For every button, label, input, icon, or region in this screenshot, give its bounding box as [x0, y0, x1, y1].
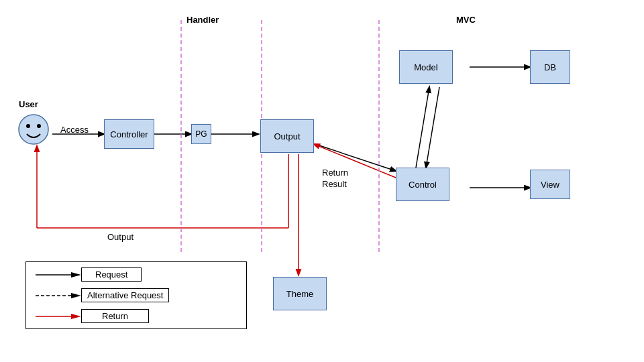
return-result-label: ReturnResult [322, 168, 348, 190]
svg-marker-22 [71, 293, 81, 298]
legend-request-row: Request [34, 267, 238, 282]
mvc-label: MVC [456, 15, 476, 25]
handler-label: Handler [186, 15, 219, 25]
return-line-icon [34, 311, 81, 322]
svg-line-5 [426, 87, 439, 168]
model-box: Model [399, 50, 453, 84]
output-box: Output [260, 119, 314, 153]
svg-marker-20 [71, 272, 81, 278]
legend-return-row: Return [34, 309, 238, 323]
return-label: Return [81, 309, 149, 323]
db-box: DB [530, 50, 570, 84]
user-label: User [19, 99, 38, 109]
svg-line-4 [416, 87, 429, 168]
pg-box: PG [191, 124, 211, 144]
svg-marker-24 [71, 314, 81, 319]
svg-point-17 [26, 124, 30, 128]
svg-point-16 [19, 115, 48, 144]
user-icon [17, 113, 50, 146]
svg-point-18 [37, 124, 41, 128]
control-box: Control [396, 168, 449, 201]
controller-box: Controller [104, 119, 154, 149]
alt-request-line-icon [34, 290, 81, 301]
alt-request-label: Alternative Request [81, 288, 169, 302]
access-label: Access [60, 125, 89, 135]
svg-line-3 [315, 144, 396, 171]
output-arrow-label: Output [107, 232, 133, 242]
legend-box: Request Alternative Request Return [25, 261, 247, 329]
request-label: Request [81, 267, 142, 282]
theme-box: Theme [273, 277, 327, 310]
legend-alt-request-row: Alternative Request [34, 288, 238, 302]
view-box: View [530, 170, 570, 199]
diagram: User Access Controller PG Output Model D… [0, 0, 644, 362]
request-line-icon [34, 269, 81, 280]
